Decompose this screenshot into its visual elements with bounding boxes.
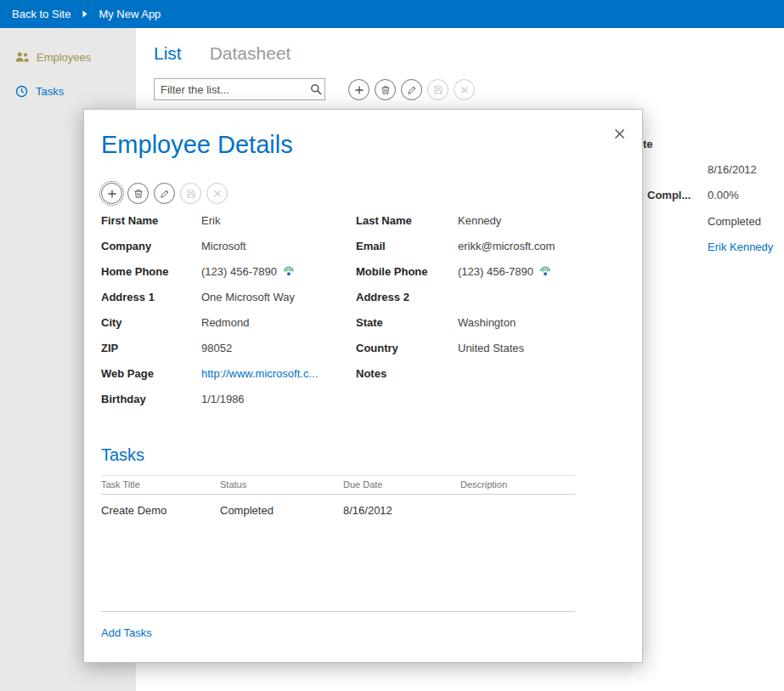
edit-record-button[interactable] bbox=[401, 79, 422, 100]
view-tabs: List Datasheet bbox=[154, 43, 290, 64]
save-icon bbox=[186, 189, 196, 199]
sidebar-item-employees[interactable]: Employees bbox=[0, 48, 136, 65]
home-phone-label: Home Phone bbox=[101, 265, 201, 278]
company-label: Company bbox=[101, 240, 201, 252]
app-title: My New App bbox=[99, 8, 161, 20]
tasks-section-heading: Tasks bbox=[101, 445, 144, 465]
sidebar-item-label: Employees bbox=[37, 51, 91, 64]
address-2-label: Address 2 bbox=[356, 291, 458, 303]
save-record-button[interactable] bbox=[427, 79, 448, 100]
last-name-value: Kennedy bbox=[458, 214, 628, 227]
add-record-button[interactable] bbox=[101, 183, 122, 204]
save-record-button[interactable] bbox=[180, 183, 201, 204]
email-value: erikk@microsft.com bbox=[458, 240, 628, 252]
sidebar-item-label: Tasks bbox=[36, 85, 64, 98]
email-label: Email bbox=[356, 240, 458, 252]
trash-icon bbox=[133, 189, 144, 199]
city-value: Redmond bbox=[201, 316, 356, 329]
country-label: Country bbox=[356, 342, 458, 354]
cell-task-title: Create Demo bbox=[101, 504, 220, 517]
tasks-table: Task Title Status Due Date Description C… bbox=[101, 475, 575, 517]
add-icon bbox=[107, 189, 117, 199]
due-date-label-fragment: te bbox=[643, 138, 653, 150]
cancel-icon bbox=[460, 85, 470, 95]
close-icon[interactable] bbox=[614, 128, 625, 139]
company-value: Microsoft bbox=[201, 240, 356, 252]
last-name-label: Last Name bbox=[356, 214, 458, 227]
cell-description bbox=[460, 504, 575, 517]
col-due-date: Due Date bbox=[343, 479, 460, 490]
dialog-title: Employee Details bbox=[101, 131, 293, 159]
due-date-value: 8/16/2012 bbox=[708, 163, 757, 176]
country-value: United States bbox=[458, 342, 628, 354]
edit-record-button[interactable] bbox=[154, 183, 175, 204]
mobile-phone-label: Mobile Phone bbox=[356, 265, 458, 278]
pencil-icon bbox=[160, 189, 170, 199]
trash-icon bbox=[381, 85, 391, 95]
status-value: Completed bbox=[708, 215, 761, 228]
zip-label: ZIP bbox=[101, 342, 201, 354]
top-bar: Back to Site My New App bbox=[0, 0, 784, 28]
birthday-value: 1/1/1986 bbox=[201, 393, 356, 405]
address-1-label: Address 1 bbox=[101, 291, 201, 303]
web-page-label: Web Page bbox=[101, 367, 201, 380]
tab-datasheet[interactable]: Datasheet bbox=[210, 43, 291, 64]
list-toolbar bbox=[348, 79, 475, 100]
tab-list[interactable]: List bbox=[154, 43, 182, 64]
col-description: Description bbox=[460, 479, 575, 490]
save-icon bbox=[433, 85, 443, 95]
add-record-button[interactable] bbox=[348, 79, 369, 100]
table-bottom-divider bbox=[101, 611, 575, 612]
tasks-table-header: Task Title Status Due Date Description bbox=[101, 475, 575, 495]
address-1-value: One Microsoft Way bbox=[201, 291, 356, 303]
delete-record-button[interactable] bbox=[375, 79, 396, 100]
cancel-record-button[interactable] bbox=[454, 79, 475, 100]
notes-label: Notes bbox=[356, 367, 458, 380]
first-name-value: Erik bbox=[201, 214, 356, 227]
filter-input[interactable] bbox=[155, 83, 310, 96]
mobile-phone-text: (123) 456-7890 bbox=[458, 265, 533, 278]
filter-box bbox=[154, 78, 325, 100]
back-to-site-link[interactable]: Back to Site bbox=[12, 8, 71, 20]
add-icon bbox=[354, 85, 364, 95]
cancel-record-button[interactable] bbox=[206, 183, 228, 204]
state-label: State bbox=[356, 316, 458, 329]
zip-value: 98052 bbox=[201, 342, 356, 354]
phone-presence-icon[interactable] bbox=[539, 266, 551, 277]
people-icon bbox=[15, 52, 29, 63]
delete-record-button[interactable] bbox=[127, 183, 149, 204]
birthday-label: Birthday bbox=[101, 393, 201, 405]
col-task-title: Task Title bbox=[101, 479, 220, 490]
cancel-icon bbox=[212, 189, 223, 199]
sidebar-item-tasks[interactable]: Tasks bbox=[0, 82, 136, 99]
employee-details-dialog: Employee Details First Name Erik Last Na… bbox=[83, 109, 643, 663]
pencil-icon bbox=[407, 85, 417, 95]
first-name-label: First Name bbox=[101, 214, 201, 227]
assigned-to-link[interactable]: Erik Kennedy bbox=[708, 241, 773, 253]
cell-status: Completed bbox=[220, 504, 343, 517]
employee-fields: First Name Erik Last Name Kennedy Compan… bbox=[101, 214, 628, 418]
percent-complete-value: 0.00% bbox=[708, 189, 739, 201]
web-page-link[interactable]: http://www.microsoft.c... bbox=[201, 367, 356, 380]
chevron-right-icon bbox=[82, 10, 87, 18]
add-tasks-link[interactable]: Add Tasks bbox=[101, 626, 152, 639]
clock-icon bbox=[15, 85, 28, 98]
percent-complete-label-fragment: Compl... bbox=[647, 189, 691, 201]
state-value: Washington bbox=[458, 316, 628, 329]
home-phone-value: (123) 456-7890 bbox=[201, 265, 356, 278]
dialog-toolbar bbox=[101, 183, 228, 204]
table-row[interactable]: Create Demo Completed 8/16/2012 bbox=[101, 495, 575, 517]
mobile-phone-value: (123) 456-7890 bbox=[458, 265, 628, 278]
phone-presence-icon[interactable] bbox=[283, 266, 295, 277]
search-icon[interactable] bbox=[310, 83, 323, 96]
cell-due-date: 8/16/2012 bbox=[343, 504, 460, 517]
home-phone-text: (123) 456-7890 bbox=[201, 265, 277, 278]
col-status: Status bbox=[220, 479, 343, 490]
city-label: City bbox=[101, 316, 201, 329]
